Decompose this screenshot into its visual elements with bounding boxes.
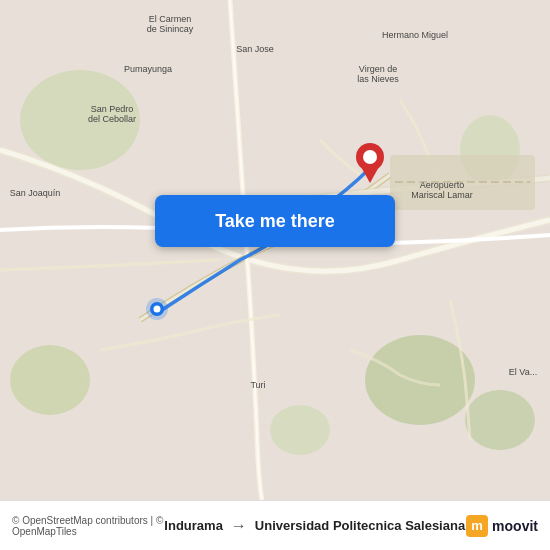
svg-text:El Va...: El Va...	[509, 367, 537, 377]
svg-text:San Joaquín: San Joaquín	[10, 188, 61, 198]
svg-text:San Pedro: San Pedro	[91, 104, 134, 114]
svg-text:El Carmen: El Carmen	[149, 14, 192, 24]
svg-text:Pumayunga: Pumayunga	[124, 64, 172, 74]
moovit-logo: m moovit	[466, 515, 538, 537]
svg-text:las Nieves: las Nieves	[357, 74, 399, 84]
route-from-label: Indurama	[164, 518, 223, 533]
bottom-bar: © OpenStreetMap contributors | © OpenMap…	[0, 500, 550, 550]
copyright-text: © OpenStreetMap contributors | © OpenMap…	[12, 515, 163, 537]
svg-text:Mariscal Lamar: Mariscal Lamar	[411, 190, 473, 200]
route-to-label: Universidad Politecnica Salesiana	[255, 518, 465, 533]
svg-point-24	[363, 150, 377, 164]
route-info: Indurama → Universidad Politecnica Sales…	[163, 517, 466, 535]
route-arrow-icon: →	[231, 517, 247, 535]
svg-text:Turi: Turi	[250, 380, 265, 390]
svg-point-28	[154, 306, 161, 313]
svg-text:de Sinincay: de Sinincay	[147, 24, 194, 34]
svg-point-6	[270, 405, 330, 455]
svg-point-5	[465, 390, 535, 450]
take-me-there-button[interactable]: Take me there	[155, 195, 395, 247]
svg-point-4	[10, 345, 90, 415]
svg-text:Aeropuerto: Aeropuerto	[420, 180, 465, 190]
svg-text:Hermano Miguel: Hermano Miguel	[382, 30, 448, 40]
map-container: El Carmen de Sinincay San Jose Hermano M…	[0, 0, 550, 500]
svg-point-2	[365, 335, 475, 425]
svg-text:San Jose: San Jose	[236, 44, 274, 54]
moovit-m-icon: m	[466, 515, 488, 537]
svg-text:del Cebollar: del Cebollar	[88, 114, 136, 124]
copyright-section: © OpenStreetMap contributors | © OpenMap…	[12, 515, 163, 537]
map-background: El Carmen de Sinincay San Jose Hermano M…	[0, 0, 550, 500]
svg-text:Virgen de: Virgen de	[359, 64, 397, 74]
moovit-brand-text: moovit	[492, 518, 538, 534]
